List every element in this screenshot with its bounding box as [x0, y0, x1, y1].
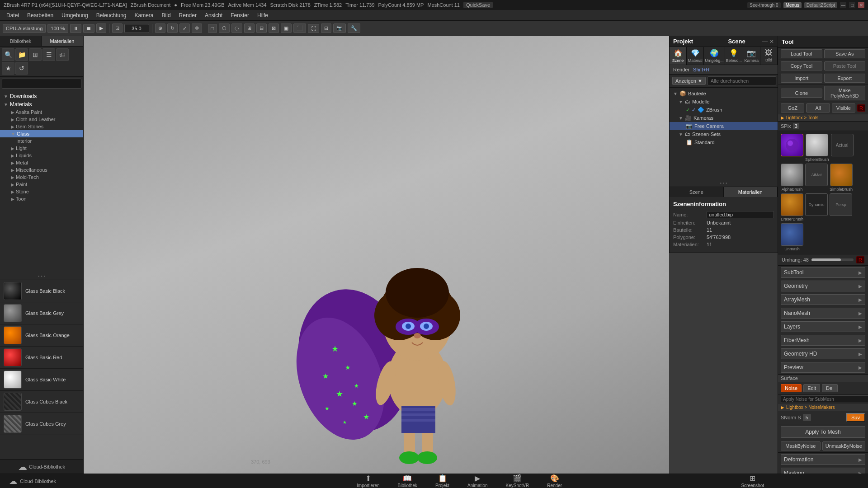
brush-eraser-thumb[interactable]	[781, 193, 803, 216]
tree-stone[interactable]: ▶ Stone	[0, 188, 83, 195]
goz-button[interactable]: GoZ	[781, 103, 804, 113]
bottom-render[interactable]: 🎨 Render	[547, 474, 562, 488]
play-btn[interactable]: ▶	[96, 23, 106, 33]
scene-item-kameras[interactable]: ▼ 🎥 Kameras	[670, 114, 778, 122]
cpu-value[interactable]: 100 %	[47, 24, 68, 33]
tree-moldtech[interactable]: ▶ Mold-Tech	[0, 174, 83, 181]
pause-btn[interactable]: ⏸	[70, 24, 81, 33]
tool-btn-a[interactable]: □	[208, 24, 217, 33]
panel-icon-refresh[interactable]: ↺	[15, 62, 28, 75]
scene-item-free-camera[interactable]: 📷 Free Camera	[670, 122, 778, 130]
scene-item-standard[interactable]: 📋 Standard	[670, 138, 778, 146]
material-item-cubes-black[interactable]: Glass Cubes Black	[0, 391, 83, 413]
tool-btn-j[interactable]: ⊟	[321, 23, 331, 33]
scene-item-modelle[interactable]: ▼ 🗂 Modelle	[670, 98, 778, 106]
transform-btn[interactable]: ⊕	[155, 23, 165, 33]
cloud-bottom[interactable]: ☁ Cloud-Bibliothek	[9, 476, 56, 486]
menu-bearbeiten[interactable]: Bearbeiten	[24, 11, 57, 19]
menu-kamera[interactable]: Kamera	[131, 11, 157, 19]
visible-button[interactable]: Visible	[832, 103, 855, 113]
cloud-bar[interactable]: ☁ Cloud-Bibliothek	[0, 459, 83, 474]
menu-umgebung[interactable]: Umgebung	[58, 11, 92, 19]
brush-simple-thumb[interactable]	[830, 164, 853, 186]
tab-materialien[interactable]: Materialien	[42, 36, 83, 46]
panel-icon-search[interactable]: 🔍	[2, 48, 14, 61]
stop-btn[interactable]: ⏹	[83, 24, 94, 33]
maskbynoise-button[interactable]: MaskByNoise	[781, 441, 821, 450]
scene-tab-umgebg[interactable]: 🌍 Umgebg...	[704, 47, 725, 65]
bottom-keyshot[interactable]: 🎬 KeyShotVR	[506, 474, 529, 488]
close-button[interactable]: ✕	[858, 2, 864, 8]
brush-aimat-item[interactable]: AiMat	[805, 164, 828, 192]
material-search-input[interactable]	[2, 79, 81, 89]
copy-tool-button[interactable]: Copy Tool	[781, 61, 822, 70]
move-btn[interactable]: ✥	[192, 23, 202, 33]
tool-btn-l[interactable]: 🔧	[348, 23, 360, 33]
menu-ansicht[interactable]: Ansicht	[201, 11, 226, 19]
brush-unmask-thumb[interactable]	[781, 223, 803, 246]
del-button[interactable]: Del	[822, 384, 838, 392]
tab-bibliothek[interactable]: Bibliothek	[0, 36, 42, 46]
anzeigen-button[interactable]: Anzeigen ▼	[672, 77, 706, 85]
bottom-tab-szene[interactable]: Szene	[670, 187, 724, 197]
brush-unmask-item[interactable]: Unmash	[781, 223, 803, 251]
brush-actual-item[interactable]: Actual	[831, 134, 854, 162]
scene-tab-kamera[interactable]: 📷 Kamera	[743, 47, 760, 65]
brush-current-thumb[interactable]	[781, 134, 803, 156]
brush-dynamic-item[interactable]: Dynamic	[805, 193, 828, 221]
export-button[interactable]: Export	[824, 74, 866, 83]
import-button[interactable]: Import	[781, 74, 822, 83]
tree-glass[interactable]: ▼ Glass	[0, 130, 83, 137]
menu-hilfe[interactable]: Hilfe	[254, 11, 272, 19]
brush-alpha-item[interactable]: AlphaBrush	[781, 164, 803, 192]
minimize-button[interactable]: —	[840, 2, 846, 8]
material-item-glass-white[interactable]: Glass Basic White	[0, 369, 83, 391]
tool-btn-g[interactable]: ▣	[281, 23, 292, 33]
geometry-button[interactable]: Geometry ▶	[781, 281, 865, 291]
tree-toon[interactable]: ▶ Toon	[0, 195, 83, 202]
menu-fenster[interactable]: Fenster	[227, 11, 253, 19]
material-item-glass-black[interactable]: Glass Basic Black	[0, 280, 83, 302]
material-item-glass-red[interactable]: Glass Basic Red	[0, 347, 83, 369]
masking-button[interactable]: Masking ▶	[781, 468, 865, 474]
material-item-glass-orange[interactable]: Glass Basic Orange	[0, 324, 83, 347]
brush-eraser-item[interactable]: EraserBrush	[781, 193, 803, 221]
tool-btn-i[interactable]: ⛶	[308, 24, 319, 33]
tool-btn-f[interactable]: ⊠	[269, 23, 279, 33]
tool-btn-b[interactable]: ⬡	[219, 23, 230, 33]
umfang-slider[interactable]	[811, 258, 854, 261]
apply-mesh-button[interactable]: Apply To Mesh	[781, 426, 865, 438]
preview-button[interactable]: Preview ▶	[781, 362, 865, 373]
layers-button[interactable]: Layers ▶	[781, 321, 865, 332]
r-button[interactable]: R	[857, 104, 865, 112]
scene-tab-bild[interactable]: 🖼 Bild	[760, 47, 778, 65]
brush-sphere-thumb[interactable]	[806, 134, 828, 156]
scene-panel-close[interactable]: ✕	[769, 38, 774, 45]
brush-alpha-thumb[interactable]	[781, 164, 803, 186]
edit-button[interactable]: Edit	[803, 384, 820, 392]
tree-materials[interactable]: ▼ Materials	[0, 100, 83, 108]
brush-aimat-thumb[interactable]: AiMat	[805, 164, 828, 186]
scene-tab-material[interactable]: 💎 Material	[687, 47, 704, 65]
brush-persp-thumb[interactable]: Persp	[830, 193, 852, 216]
tree-light[interactable]: ▶ Light	[0, 145, 83, 152]
scene-tab-szene[interactable]: 🏠 Szene	[670, 47, 687, 65]
arraymesh-button[interactable]: ArrayMesh ▶	[781, 294, 865, 305]
scene-panel-min[interactable]: —	[762, 38, 768, 45]
tree-downloads[interactable]: ▼ Downloads	[0, 92, 83, 100]
tool-btn-h[interactable]: ⬛	[293, 23, 306, 33]
material-item-glass-grey[interactable]: Glass Basic Grey	[0, 302, 83, 324]
scene-item-szenensets[interactable]: ▼ 🗂 Szenen-Sets	[670, 130, 778, 138]
suv-button[interactable]: Suv	[846, 413, 865, 422]
tool-btn-d[interactable]: ⊞	[244, 23, 255, 33]
scene-tab-beleuc[interactable]: 💡 Beleuc...	[725, 47, 743, 65]
tree-misc[interactable]: ▶ Miscellaneous	[0, 166, 83, 174]
panel-icon-tag[interactable]: 🏷	[56, 48, 69, 61]
quicksave-btn[interactable]: QuickSave	[463, 2, 493, 8]
menu-beleuchtung[interactable]: Beleuchtung	[93, 11, 130, 19]
brush-sphere-item[interactable]: SphereBrush	[805, 134, 829, 162]
tool-btn-e[interactable]: ⊟	[256, 23, 267, 33]
brush-dynamic-thumb[interactable]: Dynamic	[805, 193, 828, 216]
material-item-cubes-grey[interactable]: Glass Cubes Grey	[0, 413, 83, 435]
brush-simple-item[interactable]: SimpleBrush	[830, 164, 853, 192]
